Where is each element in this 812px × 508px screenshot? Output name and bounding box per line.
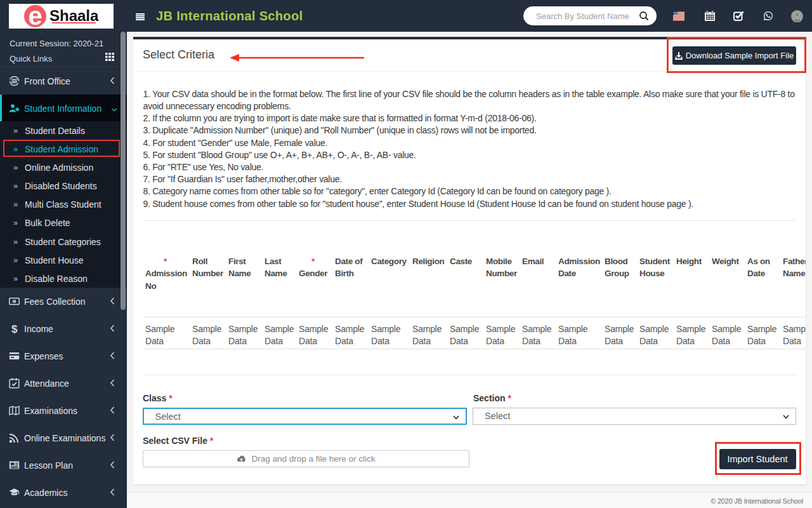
svg-text:$: $ — [11, 323, 18, 334]
